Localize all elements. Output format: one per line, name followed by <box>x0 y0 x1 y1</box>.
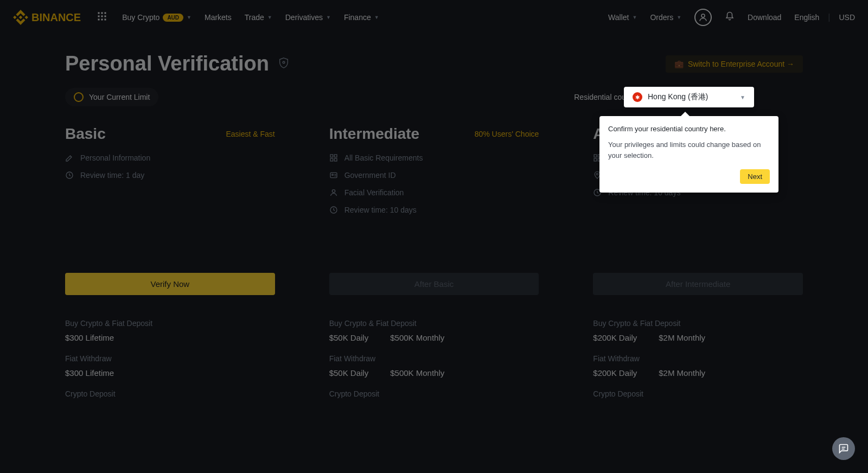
requirements-list: All Basic RequirementsGovernment IDFacia… <box>329 154 539 273</box>
limit-value: $50K Daily <box>329 368 369 378</box>
requirement-item: Personal Information <box>65 154 275 162</box>
nav-label: Markets <box>205 13 232 22</box>
svg-rect-15 <box>334 158 337 161</box>
edit-icon <box>65 154 74 162</box>
tier-locked-button: After Intermediate <box>593 273 803 295</box>
tier-tag: Easiest & Fast <box>226 130 275 138</box>
limits-section: Buy Crypto & Fiat Deposit$300 LifetimeFi… <box>65 312 275 398</box>
limits-section: Buy Crypto & Fiat Deposit$50K Daily$500K… <box>329 312 539 398</box>
binance-icon <box>13 10 28 25</box>
limit-values: $200K Daily$2M Monthly <box>593 368 803 378</box>
requirement-text: All Basic Requirements <box>344 154 423 162</box>
limit-values: $200K Daily$2M Monthly <box>593 333 803 342</box>
nav-language[interactable]: English <box>794 13 819 22</box>
svg-rect-13 <box>334 155 337 157</box>
limit-value: $300 Lifetime <box>65 368 114 378</box>
page-title: Personal Verification <box>65 52 269 75</box>
nav-label: English <box>794 13 819 22</box>
id-icon <box>329 171 338 180</box>
nav-label: Download <box>748 13 781 22</box>
clock-icon <box>329 206 338 214</box>
nav-label: Finance <box>344 13 371 22</box>
nav-orders[interactable]: Orders ▼ <box>650 13 681 22</box>
chat-fab[interactable] <box>832 437 855 460</box>
limit-label: Buy Crypto & Fiat Deposit <box>593 319 803 328</box>
nav-derivatives[interactable]: Derivatives ▼ <box>285 13 331 22</box>
brand-text: BINANCE <box>31 11 81 24</box>
limit-label: Buy Crypto & Fiat Deposit <box>65 319 275 328</box>
limit-values: $50K Daily$500K Monthly <box>329 333 539 342</box>
nav-label: Wallet <box>608 13 629 22</box>
svg-rect-3 <box>98 16 100 17</box>
limit-label: Fiat Withdraw <box>593 354 803 363</box>
limit-label: Crypto Deposit <box>329 389 539 398</box>
limit-value: $200K Daily <box>593 368 637 378</box>
requirement-text: Review time: 1 day <box>80 171 144 180</box>
nav-markets[interactable]: Markets <box>205 13 232 22</box>
face-icon <box>329 188 338 197</box>
region-select[interactable]: ✱ Hong Kong (香港) ▼ <box>624 87 754 107</box>
svg-rect-5 <box>105 16 106 17</box>
nav-label: Derivatives <box>285 13 323 22</box>
chevron-down-icon: ▼ <box>374 15 379 20</box>
limit-value: $2M Monthly <box>659 333 705 342</box>
requirement-item: Review time: 1 day <box>65 171 275 180</box>
user-icon[interactable] <box>694 9 712 26</box>
tooltip-next-button[interactable]: Next <box>740 169 770 184</box>
header: BINANCE Buy Crypto AUD ▼ Markets Trade ▼… <box>0 0 868 35</box>
svg-point-17 <box>331 174 333 176</box>
tier-title: Intermediate <box>329 125 420 143</box>
svg-point-9 <box>701 14 705 17</box>
limit-values: $50K Daily$500K Monthly <box>329 368 539 378</box>
svg-rect-6 <box>98 19 100 21</box>
chevron-down-icon: ▼ <box>326 15 331 20</box>
svg-rect-4 <box>101 16 103 17</box>
svg-rect-0 <box>98 12 100 14</box>
limit-label: Fiat Withdraw <box>329 354 539 363</box>
progress-icon <box>74 92 84 102</box>
requirement-item: Review time: 10 days <box>329 206 539 214</box>
requirement-text: Facial Verification <box>344 188 404 197</box>
apps-menu-icon[interactable] <box>97 11 107 23</box>
tier-locked-button: After Basic <box>329 273 539 295</box>
nav-label: Orders <box>650 13 673 22</box>
svg-point-24 <box>597 173 598 175</box>
limit-label: Buy Crypto & Fiat Deposit <box>329 319 539 328</box>
chevron-down-icon: ▼ <box>676 15 681 20</box>
limit-label: Crypto Deposit <box>65 389 275 398</box>
nav-buy-crypto[interactable]: Buy Crypto AUD ▼ <box>122 13 192 22</box>
limit-values: $300 Lifetime <box>65 368 275 378</box>
tier-intermediate: Intermediate80% Users' ChoiceAll Basic R… <box>329 125 539 398</box>
clock-icon <box>65 171 74 180</box>
requirements-list: Personal InformationReview time: 1 day <box>65 154 275 273</box>
bell-icon[interactable] <box>725 11 735 23</box>
svg-rect-8 <box>105 19 106 21</box>
tooltip-title: Confirm your residential country here. <box>608 125 770 133</box>
verify-now-button[interactable]: Verify Now <box>65 273 275 295</box>
aud-badge: AUD <box>163 14 183 22</box>
limit-label: Fiat Withdraw <box>65 354 275 363</box>
requirement-item: Facial Verification <box>329 188 539 197</box>
nav-links: Buy Crypto AUD ▼ Markets Trade ▼ Derivat… <box>122 13 379 22</box>
requirement-text: Personal Information <box>80 154 150 162</box>
chevron-down-icon: ▼ <box>267 15 272 20</box>
flag-hk-icon: ✱ <box>633 92 642 102</box>
svg-rect-7 <box>101 19 103 21</box>
limit-value: $500K Monthly <box>390 368 444 378</box>
nav-trade[interactable]: Trade ▼ <box>245 13 272 22</box>
nav-download[interactable]: Download <box>748 13 781 22</box>
svg-rect-20 <box>594 155 597 157</box>
limit-value: $300 Lifetime <box>65 333 114 342</box>
requirement-text: Government ID <box>344 171 396 180</box>
brand-logo[interactable]: BINANCE <box>13 10 81 25</box>
nav-wallet[interactable]: Wallet ▼ <box>608 13 637 22</box>
tooltip-body: Your privileges and limits could change … <box>608 139 770 161</box>
nav-label: Buy Crypto <box>122 13 159 22</box>
switch-enterprise-link[interactable]: 💼 Switch to Enterprise Account → <box>666 55 803 73</box>
nav-currency[interactable]: USD <box>839 13 855 22</box>
svg-rect-22 <box>594 158 597 161</box>
limits-section: Buy Crypto & Fiat Deposit$200K Daily$2M … <box>593 312 803 398</box>
nav-finance[interactable]: Finance ▼ <box>344 13 379 22</box>
svg-rect-14 <box>330 158 333 161</box>
current-limit-pill[interactable]: Your Current Limit <box>65 88 158 106</box>
